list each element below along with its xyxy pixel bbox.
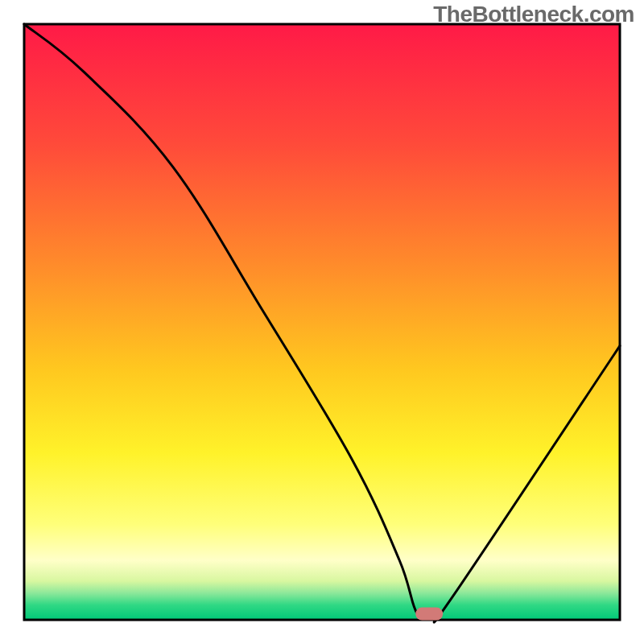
bottleneck-chart	[0, 0, 644, 644]
chart-frame: TheBottleneck.com	[0, 0, 644, 644]
plot-background	[24, 24, 620, 620]
watermark-text: TheBottleneck.com	[433, 2, 634, 27]
optimal-point-marker	[415, 608, 443, 621]
